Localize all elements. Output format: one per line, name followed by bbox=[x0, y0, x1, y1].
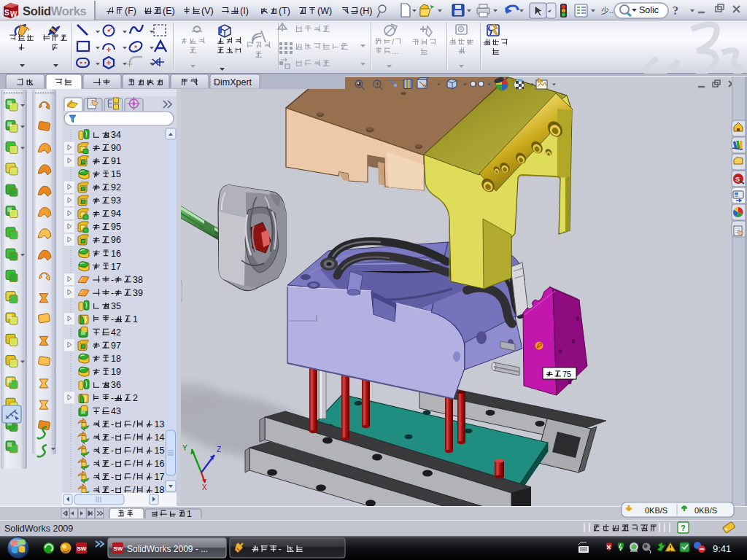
svg-text:91: 91 bbox=[111, 156, 121, 166]
svg-text:39: 39 bbox=[133, 288, 143, 298]
svg-text:/: / bbox=[133, 472, 136, 482]
svg-text:-: - bbox=[111, 275, 114, 285]
svg-text:S: S bbox=[735, 176, 740, 183]
svg-text:16: 16 bbox=[155, 459, 165, 469]
svg-text:SW: SW bbox=[77, 545, 87, 552]
svg-text:/: / bbox=[133, 432, 136, 443]
svg-text:90: 90 bbox=[111, 143, 121, 153]
svg-text:38: 38 bbox=[133, 275, 143, 285]
svg-text:(W): (W) bbox=[317, 6, 332, 16]
svg-text:35: 35 bbox=[111, 301, 121, 311]
svg-text:-: - bbox=[111, 472, 114, 482]
svg-text:92: 92 bbox=[111, 182, 121, 192]
svg-text:?: ? bbox=[673, 4, 678, 17]
svg-text:Y: Y bbox=[182, 444, 187, 452]
svg-text:W: W bbox=[10, 10, 18, 18]
svg-text:SolidWorks 2009 - ...: SolidWorks 2009 - ... bbox=[127, 544, 208, 554]
svg-text:9:41: 9:41 bbox=[713, 543, 731, 554]
svg-text:?: ? bbox=[681, 524, 686, 532]
svg-text:(H): (H) bbox=[360, 6, 372, 16]
svg-text:0KB/S: 0KB/S bbox=[694, 506, 717, 515]
svg-text:36: 36 bbox=[111, 380, 121, 390]
svg-text:1: 1 bbox=[133, 314, 138, 324]
svg-text:95: 95 bbox=[111, 222, 121, 232]
svg-text:17: 17 bbox=[155, 472, 165, 482]
svg-text:-: - bbox=[111, 459, 114, 469]
svg-text:DimXpert: DimXpert bbox=[214, 77, 252, 88]
svg-text:-: - bbox=[111, 446, 114, 456]
svg-text:(V): (V) bbox=[201, 6, 214, 16]
svg-text:93: 93 bbox=[111, 195, 121, 206]
svg-text:97: 97 bbox=[111, 341, 121, 351]
svg-text:19: 19 bbox=[111, 367, 121, 377]
svg-text:-: - bbox=[111, 432, 114, 443]
svg-text:34: 34 bbox=[111, 130, 121, 140]
svg-text:13: 13 bbox=[155, 419, 165, 429]
svg-text:Z: Z bbox=[217, 446, 221, 454]
svg-text:0KB/S: 0KB/S bbox=[645, 506, 667, 515]
svg-text:-: - bbox=[278, 544, 281, 554]
svg-text:75: 75 bbox=[562, 370, 571, 378]
svg-text:少..: 少.. bbox=[601, 6, 614, 15]
svg-text:X: X bbox=[202, 483, 207, 491]
svg-text:17: 17 bbox=[111, 262, 121, 272]
svg-text:/: / bbox=[133, 446, 136, 456]
svg-text:S: S bbox=[4, 9, 9, 17]
svg-text:42: 42 bbox=[111, 327, 121, 338]
svg-text:(E): (E) bbox=[163, 6, 175, 16]
svg-text:94: 94 bbox=[111, 209, 121, 219]
svg-text:1: 1 bbox=[187, 509, 192, 519]
svg-text:-: - bbox=[111, 419, 114, 429]
svg-text:/: / bbox=[133, 419, 136, 429]
svg-text:(F): (F) bbox=[125, 6, 136, 16]
svg-text:(T): (T) bbox=[279, 6, 290, 16]
svg-text:Solic: Solic bbox=[639, 5, 659, 15]
svg-text:15: 15 bbox=[111, 169, 121, 179]
svg-text:-: - bbox=[111, 393, 114, 403]
svg-text:SolidWorks 2009: SolidWorks 2009 bbox=[4, 524, 73, 534]
svg-text:14: 14 bbox=[155, 432, 165, 443]
svg-text:15: 15 bbox=[155, 446, 165, 456]
svg-text:43: 43 bbox=[111, 406, 121, 416]
svg-text:18: 18 bbox=[111, 354, 121, 364]
svg-text:2: 2 bbox=[133, 393, 138, 403]
svg-text:SW: SW bbox=[114, 545, 123, 552]
svg-text:-: - bbox=[111, 314, 114, 324]
svg-text:...: ... bbox=[392, 47, 399, 55]
svg-text:/: / bbox=[133, 459, 136, 469]
svg-text:96: 96 bbox=[111, 235, 121, 245]
svg-text:(I): (I) bbox=[240, 6, 249, 16]
svg-text:SolidWorks: SolidWorks bbox=[23, 4, 87, 18]
svg-text:-: - bbox=[111, 288, 114, 298]
svg-text:16: 16 bbox=[111, 249, 121, 259]
